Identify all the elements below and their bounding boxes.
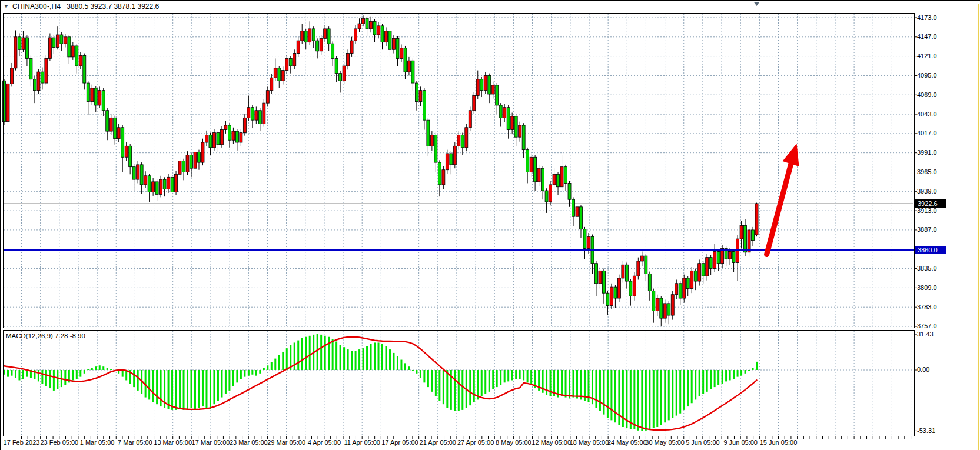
time-tick-label: 24 May 05:00 bbox=[607, 439, 647, 446]
trend-arrow[interactable] bbox=[767, 144, 799, 255]
time-tick-label: 17 Mar 05:00 bbox=[192, 439, 230, 446]
time-tick-label: 7 Mar 05:00 bbox=[118, 439, 152, 446]
time-tick-label: 15 Jun 05:00 bbox=[760, 439, 798, 446]
price-tick-label: 4173.0 bbox=[917, 14, 948, 22]
time-tick-label: 29 Mar 05:00 bbox=[267, 439, 305, 446]
price-tick-label: 4069.0 bbox=[917, 91, 948, 99]
time-tick-label: 12 May 05:00 bbox=[531, 439, 571, 446]
time-tick-label: 17 Feb 2023 bbox=[4, 439, 40, 446]
time-tick-label: 11 Apr 05:00 bbox=[344, 439, 380, 446]
macd-name: MACD(12,26,9) bbox=[6, 332, 53, 339]
price-tick-label: 3939.0 bbox=[917, 188, 948, 195]
current-price-label: 3922.6 bbox=[915, 199, 946, 208]
price-tick-label: 4121.0 bbox=[917, 52, 948, 60]
price-tick-label: 3757.0 bbox=[917, 322, 948, 330]
time-tick-label: 17 Apr 05:00 bbox=[381, 439, 418, 446]
time-tick-label: 21 Apr 05:00 bbox=[420, 439, 456, 446]
price-tick-label: 4017.0 bbox=[917, 129, 948, 137]
macd-indicator-label: MACD(12,26,9) 7.28 -8.90 bbox=[6, 332, 85, 339]
macd-signal-line bbox=[4, 337, 757, 431]
time-tick-label: 9 Jun 05:00 bbox=[723, 439, 758, 446]
price-tick-label: 3965.0 bbox=[917, 168, 948, 176]
price-tick-label: 3991.0 bbox=[917, 149, 948, 156]
time-tick-label: 1 Mar 05:00 bbox=[80, 439, 115, 446]
price-tick-label: 3809.0 bbox=[917, 284, 948, 292]
price-tick-label: 3913.0 bbox=[917, 207, 948, 215]
time-tick-label: 18 May 05:00 bbox=[570, 439, 609, 446]
macd-axis-zero: 0.00 bbox=[917, 366, 948, 374]
chart-window: { "header": { "symbol_dropdown_icon": "▼… bbox=[0, 0, 980, 450]
time-tick-label: 23 Mar 05:00 bbox=[230, 439, 268, 446]
price-tick-label: 4147.0 bbox=[917, 33, 948, 41]
chart-canvas[interactable] bbox=[0, 0, 980, 450]
price-tick-label: 3835.0 bbox=[917, 265, 948, 272]
time-tick-label: 23 Feb 05:00 bbox=[40, 439, 78, 446]
candlestick-series bbox=[3, 15, 759, 326]
macd-axis-max: 31.43 bbox=[917, 331, 948, 338]
price-tick-label: 4043.0 bbox=[917, 111, 948, 118]
macd-values: 7.28 -8.90 bbox=[53, 332, 85, 339]
support-line-price-label: 3860.0 bbox=[915, 246, 946, 254]
price-tick-label: 3887.0 bbox=[917, 226, 948, 234]
time-tick-label: 27 Apr 05:00 bbox=[457, 439, 494, 446]
macd-axis-min: -53.31 bbox=[917, 427, 948, 435]
time-tick-label: 4 Apr 05:00 bbox=[308, 439, 341, 446]
time-tick-label: 8 May 05:00 bbox=[496, 439, 531, 446]
last-bar-marker-icon bbox=[754, 2, 760, 6]
time-tick-label: 13 Mar 05:00 bbox=[154, 439, 192, 446]
price-tick-label: 3783.0 bbox=[917, 304, 948, 311]
time-tick-label: 5 Jun 05:00 bbox=[686, 439, 720, 446]
axis-tick-marks bbox=[22, 18, 918, 439]
time-tick-label: 30 May 05:00 bbox=[645, 439, 685, 446]
price-tick-label: 4095.0 bbox=[917, 72, 948, 79]
